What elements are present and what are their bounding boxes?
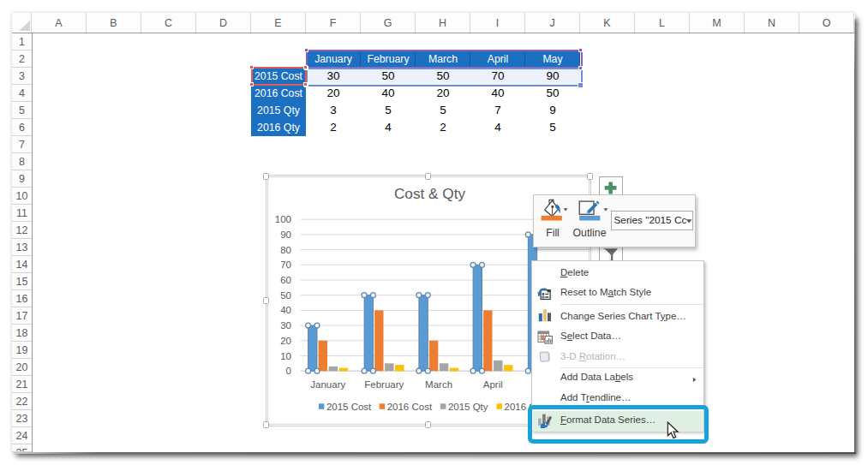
svg-text:100: 100 [274, 214, 290, 224]
svg-text:20: 20 [280, 336, 291, 346]
svg-text:90: 90 [280, 230, 291, 240]
svg-text:2016 Cost: 2016 Cost [386, 402, 432, 412]
svg-text:50: 50 [280, 290, 291, 301]
svg-text:40: 40 [280, 305, 291, 315]
svg-text:30: 30 [280, 320, 291, 331]
svg-text:April: April [482, 379, 502, 390]
svg-text:Cost & Qty: Cost & Qty [393, 185, 464, 202]
svg-text:2015 Cost: 2015 Cost [326, 402, 371, 412]
svg-text:60: 60 [280, 275, 291, 285]
svg-text:70: 70 [280, 259, 291, 270]
svg-text:January: January [310, 379, 345, 390]
svg-text:0: 0 [285, 366, 290, 376]
svg-text:February: February [364, 379, 404, 390]
svg-text:March: March [425, 379, 452, 390]
svg-text:10: 10 [280, 351, 291, 361]
svg-text:80: 80 [280, 245, 291, 255]
svg-text:2015 Qty: 2015 Qty [447, 402, 488, 412]
